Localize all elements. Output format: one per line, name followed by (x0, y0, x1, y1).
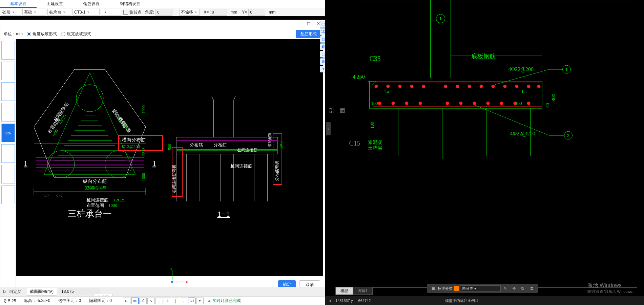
snap-icon[interactable]: ⎯ (155, 298, 163, 304)
move-icon[interactable]: ✥ (511, 285, 517, 292)
lbl-y: Y= (242, 10, 247, 15)
tab-civil[interactable]: 土建设置 (37, 0, 73, 8)
section-label: 1−1 (217, 210, 230, 218)
pane-collapse-icon[interactable]: ‹ (326, 122, 331, 135)
windows-activation: 激活 Windows转到"设置"以激活 Windows。 (587, 282, 636, 294)
dd-type[interactable]: 桩承台 (47, 9, 71, 16)
svg-text:1000: 1000 (141, 173, 146, 181)
dd-name[interactable]: CT3-1 (72, 9, 100, 16)
dd-tag[interactable]: 未分类 ▾ (460, 285, 501, 292)
svg-text:X: X (186, 280, 188, 284)
svg-text:布置范围: 布置范围 (86, 203, 104, 208)
snap-icon[interactable]: ↘ (147, 298, 155, 304)
snap-icon[interactable]: ┼ (172, 298, 179, 304)
svg-text:分布筋: 分布筋 (190, 143, 203, 148)
snap-dd[interactable]: 1-1 (188, 298, 195, 304)
edit-icon[interactable]: ✎ (502, 285, 508, 292)
snap-icon[interactable]: ⊥ (164, 298, 171, 304)
annotation-classify-bar: ⊞ 标注分类 未分类 ▾ ✎ ✥ ⧉ ≣ (427, 284, 538, 293)
snap-icon[interactable]: ⊏ (123, 298, 130, 304)
unit-mm1: mm (230, 10, 237, 15)
svg-text:桩间连接筋: 桩间连接筋 (230, 164, 252, 169)
inp-x[interactable]: 0 (210, 9, 227, 16)
tab-basic[interactable]: 基本设置 (0, 0, 37, 8)
radio-angle[interactable] (27, 32, 31, 36)
dd-category[interactable]: 基础 (22, 9, 46, 16)
toolbar: 础层 基础 桩承台 CT3-1 旋转点 角度: 0 不偏移 X= 0 mm Y=… (0, 8, 325, 16)
lbl-rotate: 旋转点 (129, 9, 142, 15)
chk-rotate[interactable] (123, 10, 128, 15)
val-unit: mm (16, 31, 23, 36)
lbl-hdist-spec: C12@200 (122, 144, 140, 149)
snap-icon[interactable]: ▭ (131, 298, 139, 304)
lbl-unit: 单位： (4, 31, 16, 37)
dim-577b: 577 (56, 193, 63, 198)
thumb-item[interactable] (1, 62, 15, 80)
thumb-item[interactable] (1, 165, 15, 183)
svg-text:桩间连接筋: 桩间连接筋 (237, 148, 257, 152)
snap-icon[interactable]: · (180, 298, 187, 304)
thumb-item-selected[interactable]: 326 (1, 124, 15, 142)
win-max-icon[interactable]: □ (304, 21, 313, 28)
coord-elev: 标高：-5.25~0 (24, 298, 50, 304)
calc-status: 实时计算已完成 (208, 298, 241, 304)
thumb-item[interactable] (1, 144, 15, 163)
thumbnail-list[interactable]: 326 (0, 39, 16, 293)
svg-text:2858: 2858 (141, 148, 146, 156)
lbl-angle: 角度: (145, 9, 154, 15)
svg-text:桩间连接筋: 桩间连接筋 (86, 197, 108, 202)
svg-text:1: 1 (24, 159, 27, 168)
status-bar-left: ξ: 5.25 标高：-5.25~0 选中图元：0 隐藏图元：0 ⊏ ▭ ∠ ↘… (0, 296, 325, 305)
dd-floor[interactable]: 础层 (1, 9, 21, 16)
svg-text:12C25: 12C25 (113, 197, 125, 202)
cad-coords: x = 1451337 y = -664742 (329, 299, 371, 303)
svg-text:桩间连接筋弯折: 桩间连接筋弯折 (172, 165, 176, 193)
radio-width[interactable] (61, 32, 65, 36)
thumb-item[interactable] (1, 82, 15, 101)
pile-cap-dialog: — □ ✕ 单位： mm 角度放坡形式 底宽放坡形式 配筋形式 326 (0, 20, 325, 293)
tab-layout1[interactable]: 布局1 (353, 287, 373, 295)
cad-viewport[interactable]: 1 C35 C15 素混凝 土垫层 -4.250 La La 底板钢筋 4Φ2 (325, 0, 644, 295)
tag-color-icon (454, 286, 459, 291)
cad-layout-tabs: 模型 布局1 (335, 287, 373, 295)
tab-model[interactable]: 模型 (335, 287, 353, 295)
svg-text:1000: 1000 (141, 105, 146, 113)
dd-extra[interactable] (101, 9, 121, 16)
svg-line-50 (212, 96, 213, 100)
dim-577a: 577 (42, 193, 49, 198)
tab-steel[interactable]: 钢结构设置 (110, 0, 150, 8)
inp-angle[interactable]: 0 (155, 9, 172, 16)
svg-point-76 (171, 281, 173, 283)
snap-icons: ⊏ ▭ ∠ ↘ ⎯ ⊥ ┼ · 1-1 ▾ (123, 298, 204, 304)
copy-icon[interactable]: ⧉ (519, 285, 526, 292)
lbl-hdist: 横向分布筋 (122, 137, 146, 143)
grid-icon[interactable]: ⊞ (430, 285, 437, 292)
drawing-canvas[interactable]: 3300 577 577 1 1 横向分布筋 C12@200 纵向分布筋 C12… (16, 39, 323, 276)
dd-offset[interactable]: 不偏移 (179, 9, 200, 16)
thumb-item[interactable] (1, 186, 15, 204)
lbl-tag: 标注分类 (438, 286, 453, 291)
layers-icon[interactable]: ≣ (528, 285, 535, 292)
svg-line-51 (234, 96, 235, 100)
svg-text:分布筋弯折: 分布筋弯折 (275, 161, 279, 181)
svg-text:500: 500 (167, 144, 172, 150)
svg-text:Y: Y (170, 268, 173, 271)
cad-scale: 模型中的标注比例:1 (445, 298, 478, 303)
lbl-radio-angle: 角度放坡形式 (33, 31, 57, 37)
svg-point-14 (76, 85, 103, 112)
win-min-icon[interactable]: — (294, 21, 304, 28)
snap-icon[interactable]: ∠ (139, 298, 147, 304)
snap-icon[interactable]: ▾ (196, 298, 204, 304)
svg-text:缩尺配置: 缩尺配置 (268, 132, 272, 147)
btn-rebar-form[interactable]: 配筋形式 (296, 30, 321, 38)
thumb-item[interactable] (1, 41, 15, 60)
inp-y[interactable]: 0 (248, 9, 265, 16)
lbl-custom[interactable]: 自定义 (9, 289, 21, 295)
thumb-item[interactable] (1, 103, 15, 122)
settings-tabs: 基本设置 土建设置 钢筋设置 钢结构设置 (0, 0, 325, 8)
coord-xi: ξ: 5.25 (4, 299, 16, 303)
properties-bar: ▷ 自定义 截面面积(m²) 18.075 参数图 (0, 287, 325, 296)
svg-text:1: 1 (152, 159, 156, 168)
sel-count: 选中图元：0 (58, 298, 81, 304)
tab-rebar[interactable]: 钢筋设置 (73, 0, 110, 8)
